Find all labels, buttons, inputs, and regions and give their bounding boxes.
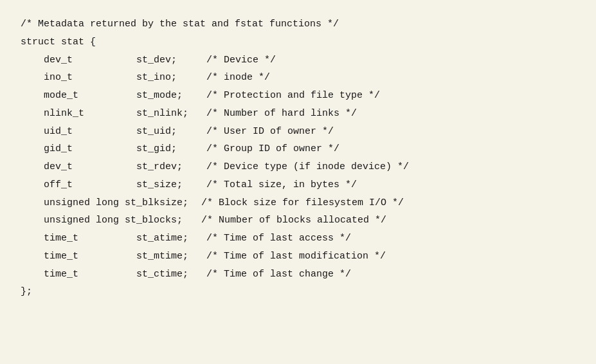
field-name: st_ino; — [136, 69, 201, 87]
field-type: unsigned long — [21, 212, 125, 230]
field-line: mode_tst_mode; /* Protection and file ty… — [21, 87, 575, 105]
field-comment: /* Time of last modification */ — [201, 248, 386, 266]
title-comment: /* Metadata returned by the stat and fst… — [21, 15, 339, 33]
field-type: time_t — [21, 230, 136, 248]
field-comment: /* Total size, in bytes */ — [201, 176, 357, 194]
fields-container: dev_tst_dev; /* Device */ ino_tst_ino; /… — [21, 51, 575, 284]
field-line: off_tst_size; /* Total size, in bytes */ — [21, 176, 575, 194]
field-line: time_tst_mtime; /* Time of last modifica… — [21, 248, 575, 266]
field-type: time_t — [21, 266, 136, 284]
field-comment: /* Block size for filesystem I/O */ — [195, 194, 404, 212]
field-comment: /* Time of last change */ — [201, 266, 351, 284]
field-name: st_blksize; — [125, 194, 195, 212]
field-name: st_mode; — [136, 87, 201, 105]
struct-open-line: struct stat { — [21, 33, 575, 51]
field-comment: /* inode */ — [201, 69, 270, 87]
field-name: st_mtime; — [136, 248, 201, 266]
field-name: st_nlink; — [136, 105, 201, 123]
field-name: st_blocks; — [125, 212, 195, 230]
field-type: dev_t — [21, 158, 136, 176]
field-line: unsigned long st_blocks; /* Number of bl… — [21, 212, 575, 230]
field-name: st_atime; — [136, 230, 201, 248]
field-type: nlink_t — [21, 105, 136, 123]
field-name: st_dev; — [136, 51, 201, 69]
field-line: unsigned long st_blksize; /* Block size … — [21, 194, 575, 212]
field-line: nlink_tst_nlink; /* Number of hard links… — [21, 105, 575, 123]
field-comment: /* Number of hard links */ — [201, 105, 357, 123]
field-line: dev_tst_dev; /* Device */ — [21, 51, 575, 69]
field-line: time_tst_atime; /* Time of last access *… — [21, 230, 575, 248]
field-comment: /* Protection and file type */ — [201, 87, 380, 105]
field-type: off_t — [21, 176, 136, 194]
field-type: ino_t — [21, 69, 136, 87]
title-comment-line: /* Metadata returned by the stat and fst… — [21, 15, 575, 33]
field-comment: /* Number of blocks allocated */ — [195, 212, 386, 230]
field-type: uid_t — [21, 123, 136, 141]
field-line: ino_tst_ino; /* inode */ — [21, 69, 575, 87]
field-name: st_gid; — [136, 140, 201, 158]
field-type: dev_t — [21, 51, 136, 69]
field-type: gid_t — [21, 140, 136, 158]
field-comment: /* Time of last access */ — [201, 230, 351, 248]
struct-open: struct stat { — [21, 33, 96, 51]
code-block: /* Metadata returned by the stat and fst… — [21, 15, 575, 301]
field-name: st_rdev; — [136, 158, 201, 176]
field-type: mode_t — [21, 87, 136, 105]
struct-close-line: }; — [21, 283, 575, 301]
struct-close: }; — [21, 283, 32, 301]
field-line: uid_tst_uid; /* User ID of owner */ — [21, 123, 575, 141]
field-line: time_tst_ctime; /* Time of last change *… — [21, 266, 575, 284]
field-comment: /* Device type (if inode device) */ — [201, 158, 409, 176]
field-name: st_ctime; — [136, 266, 201, 284]
field-comment: /* Device */ — [201, 51, 276, 69]
code-container: /* Metadata returned by the stat and fst… — [0, 0, 596, 364]
field-type: time_t — [21, 248, 136, 266]
field-line: gid_tst_gid; /* Group ID of owner */ — [21, 140, 575, 158]
field-line: dev_tst_rdev; /* Device type (if inode d… — [21, 158, 575, 176]
field-name: st_uid; — [136, 123, 201, 141]
field-type: unsigned long — [21, 194, 125, 212]
field-comment: /* User ID of owner */ — [201, 123, 334, 141]
field-comment: /* Group ID of owner */ — [201, 140, 339, 158]
field-name: st_size; — [136, 176, 201, 194]
